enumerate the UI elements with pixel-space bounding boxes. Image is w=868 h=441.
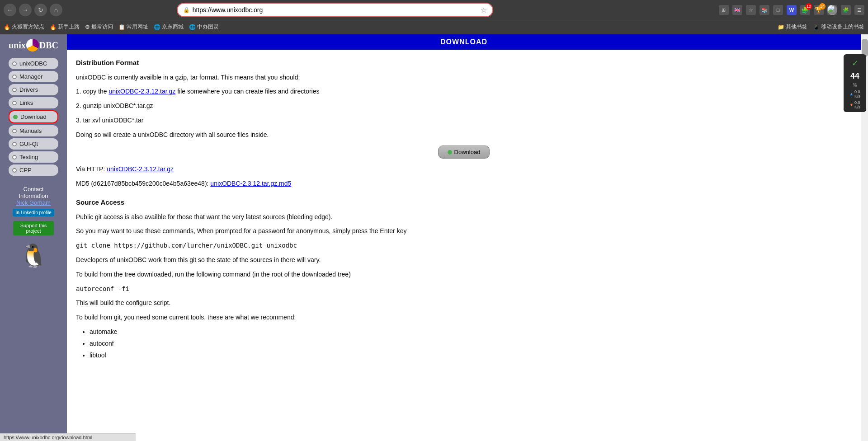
profile-w-icon[interactable]: W <box>787 5 797 15</box>
security-icon: 🔒 <box>183 7 190 13</box>
bookmark-gear-icon: ⚙ <box>85 24 90 30</box>
radio-dot <box>12 142 17 146</box>
tool-libtool: libtool <box>90 350 852 361</box>
download-arrow-icon: ▼ <box>849 103 854 107</box>
status-url: https://www.unixodbc.org/download.html <box>4 435 92 440</box>
speed-percent: % <box>853 83 857 88</box>
bookmark-newbie[interactable]: 🔥 新手上路 <box>50 23 80 31</box>
nav-item-drivers[interactable]: Drivers <box>9 84 58 95</box>
forward-button[interactable]: → <box>19 4 32 16</box>
bookmark-fire-icon: 🔥 <box>4 24 10 30</box>
md5-line: MD5 (d62167d85bcb459c200c0e4b5a63ee48): … <box>76 178 852 189</box>
source-para5: This will build the configure script. <box>76 298 852 309</box>
sidebar-books-icon[interactable]: 📚 <box>760 5 769 15</box>
bookmark-mobile-icon: 📱 <box>813 24 820 30</box>
main-content: DOWNLOAD Distribution Format unixODBC is… <box>67 34 861 441</box>
bookmark-fire2-icon: 🔥 <box>50 24 57 30</box>
linkedin-badge[interactable]: in LinkedIn profile <box>13 209 54 216</box>
download-speed: ▼ 0.0K/s <box>849 100 860 109</box>
browser-toolbar-right: ⊞ 🇬🇧 ☆ 📚 □ W 🧩 10 🏆 14 🧩 ☰ <box>719 5 864 15</box>
bookmark-frequent[interactable]: ⚙ 最常访问 <box>85 23 113 31</box>
support-button[interactable]: Support this project <box>13 221 54 235</box>
bookmark-list-icon: 📋 <box>118 24 125 30</box>
logo-o-circle <box>26 39 39 52</box>
radio-dot-active <box>13 115 18 119</box>
doing-so-note: Doing so will create a unixODBC director… <box>76 130 852 141</box>
browser-body: unix DBC unixODBC Manager Drivers Links … <box>0 34 868 441</box>
upload-value: 0.0K/s <box>854 89 860 99</box>
step-2: 2. gunzip unixODBC*.tar.gz <box>76 101 852 112</box>
source-access-section: Source Access Public git access is also … <box>76 197 852 361</box>
sidebar-panel-icon[interactable]: □ <box>773 5 783 15</box>
radio-dot <box>12 88 17 92</box>
source-para6: To build from git, you need some current… <box>76 312 852 323</box>
radio-dot <box>12 155 17 160</box>
linkedin-icon: in <box>15 210 19 215</box>
tool-autoconf: autoconf <box>90 338 852 349</box>
extension1-icon[interactable]: 🧩 10 <box>800 5 810 15</box>
upload-speed: ▲ 0.0K/s <box>849 89 860 99</box>
radio-dot <box>12 75 17 79</box>
bookmark-globe-icon: 🌐 <box>154 24 160 30</box>
source-para2: So you may want to use these commands, W… <box>76 226 852 237</box>
md5-link[interactable]: unixODBC-2.3.12.tar.gz.md5 <box>210 180 291 187</box>
download-value: 0.0K/s <box>854 100 860 109</box>
bookmark-official-site[interactable]: 🔥 火狐官方站点 <box>4 23 44 31</box>
download-button[interactable]: Download <box>438 145 490 159</box>
bookmark-tuling[interactable]: 🌐 中办图灵 <box>189 23 219 31</box>
translate-icon[interactable]: 🇬🇧 <box>732 5 742 15</box>
distribution-format-title: Distribution Format <box>76 57 852 69</box>
logo-area: unix DBC <box>9 39 58 52</box>
shield-check-icon: ✓ <box>849 57 861 70</box>
git-clone-command: git clone https://github.com/lurcher/uni… <box>76 240 852 251</box>
qr-icon[interactable]: ⊞ <box>719 5 729 15</box>
refresh-button[interactable]: ↻ <box>34 4 47 16</box>
tarball-link[interactable]: unixODBC-2.3.12.tar.gz <box>108 88 175 95</box>
radio-dot <box>12 129 17 133</box>
bookmark-mobile[interactable]: 📱 移动设备上的书签 <box>813 23 864 31</box>
autoreconf-command: autoreconf -fi <box>76 284 852 295</box>
radio-dot <box>12 101 17 105</box>
content-area: Distribution Format unixODBC is currentl… <box>67 50 861 369</box>
bookmark-icon[interactable]: ☆ <box>746 5 756 15</box>
right-widget: ✓ 44 % ▲ 0.0K/s ▼ 0.0K/s <box>844 54 866 112</box>
speed-number: 44 <box>850 71 859 81</box>
nav-item-cpp[interactable]: CPP <box>9 164 58 176</box>
menu-icon[interactable]: ☰ <box>854 5 864 15</box>
step-1: 1. copy the unixODBC-2.3.12.tar.gz file … <box>76 86 852 97</box>
tux-penguin-image: 🐧 <box>19 244 47 267</box>
source-access-title: Source Access <box>76 197 852 208</box>
browser-chrome: ← → ↻ ⌂ 🔒 ☆ ⊞ 🇬🇧 ☆ 📚 □ W 🧩 10 🏆 14 <box>0 0 868 34</box>
contact-name-link[interactable]: Nick Gorham <box>13 199 54 206</box>
bookmark-common[interactable]: 📋 常用网址 <box>118 23 148 31</box>
radio-dot <box>12 168 17 173</box>
download-button-container: Download <box>76 145 852 159</box>
nav-item-manager[interactable]: Manager <box>9 71 58 82</box>
address-bar[interactable] <box>193 6 481 14</box>
bookmark-folder-icon: 📁 <box>778 24 784 30</box>
source-para4: To build from the tree downloaded, run t… <box>76 269 852 280</box>
home-button[interactable]: ⌂ <box>50 4 62 16</box>
contact-title: Contact Information <box>13 186 54 199</box>
tools-list: automake autoconf libtool <box>90 327 852 361</box>
extensions-icon[interactable]: 🧩 <box>841 5 851 15</box>
nav-item-download[interactable]: Download <box>9 110 58 123</box>
bookmark-jd[interactable]: 🌐 京东商城 <box>154 23 184 31</box>
extension2-icon[interactable]: 🏆 14 <box>814 5 824 15</box>
address-bar-container: 🔒 ☆ <box>177 3 493 17</box>
back-button[interactable]: ← <box>4 4 16 16</box>
status-bar: https://www.unixodbc.org/download.html <box>0 433 136 441</box>
user-avatar[interactable] <box>827 5 837 15</box>
bookmark-other[interactable]: 📁 其他书签 <box>778 23 807 31</box>
via-http-link[interactable]: unixODBC-2.3.12.tar.gz <box>107 165 174 173</box>
nav-item-testing[interactable]: Testing <box>9 151 58 163</box>
source-para1: Public git access is also availble for t… <box>76 212 852 223</box>
nav-item-links[interactable]: Links <box>9 97 58 108</box>
via-http-line: Via HTTP: unixODBC-2.3.12.tar.gz <box>76 164 852 175</box>
nav-item-gui-qt[interactable]: GUI-Qt <box>9 138 58 150</box>
nav-item-manuals[interactable]: Manuals <box>9 125 58 136</box>
star-icon[interactable]: ☆ <box>481 6 487 14</box>
nav-item-unixodbc[interactable]: unixODBC <box>9 58 58 69</box>
source-para3: Developers of unixODBC work from this gi… <box>76 255 852 266</box>
browser-toolbar: ← → ↻ ⌂ 🔒 ☆ ⊞ 🇬🇧 ☆ 📚 □ W 🧩 10 🏆 14 <box>0 0 868 20</box>
